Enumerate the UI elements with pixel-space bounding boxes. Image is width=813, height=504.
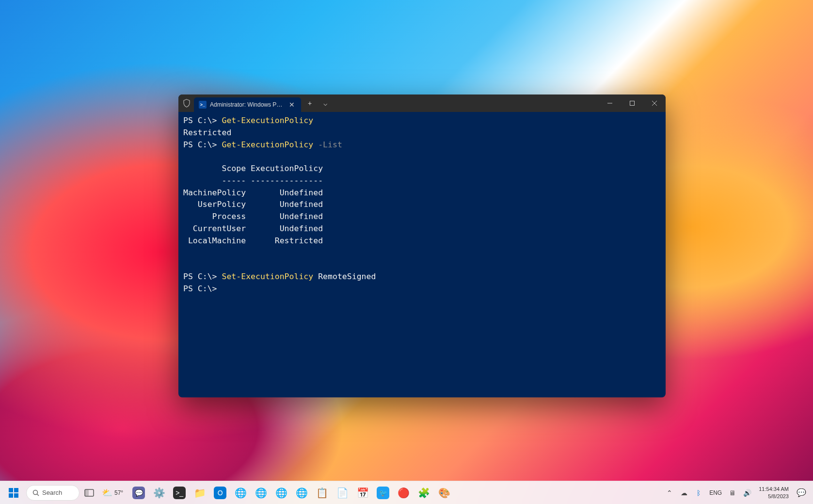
table-header: ExecutionPolicy [251,164,323,173]
calendar-icon: 📅 [357,487,369,499]
prompt: PS C:\> [183,284,217,293]
window-controls [599,94,666,112]
tray-volume[interactable]: 🔊 [740,483,754,503]
task-view-icon [84,489,94,497]
chrome-icon: 🔴 [398,487,410,499]
command-arg: RemoteSigned [318,272,376,281]
app-terminal[interactable]: >_ [170,483,189,503]
command: Get-ExecutionPolicy [222,116,313,125]
tray-bluetooth[interactable]: ᛒ [692,483,705,503]
table-row: CurrentUser [183,224,246,233]
edge-beta-icon: 🌐 [255,487,267,499]
app-file-explorer[interactable]: 📁 [190,483,209,503]
output-line: Restricted [183,128,231,137]
svg-line-5 [37,494,39,496]
new-tab-button[interactable]: + [303,97,317,109]
app-edge-canary[interactable]: 🌐 [292,483,311,503]
notifications-button[interactable]: 💬 [794,483,809,503]
svg-point-4 [33,490,38,494]
prompt: PS C:\> [183,272,217,281]
command: Set-ExecutionPolicy [222,272,313,281]
table-row: LocalMachine [183,236,246,245]
table-row: Undefined [251,188,323,197]
svg-rect-7 [85,489,89,496]
paint-icon: 🎨 [438,487,450,499]
table-row: Process [183,212,246,221]
cloud-icon: ☁ [681,489,687,497]
notes-icon: 📄 [336,487,349,499]
weather-widget[interactable]: ⛅ 57° [99,483,126,503]
search-icon [32,489,39,496]
gear-icon: ⚙️ [153,487,165,499]
taskbar-search[interactable]: Search [26,485,80,501]
table-header: Scope [183,164,246,173]
system-tray: ⌃ ☁ ᛒ ENG 🖥 🔊 11:54:34 AM 5/8/2023 💬 [663,483,809,503]
app-outlook[interactable]: O [210,483,230,503]
app-chrome[interactable]: 🔴 [394,483,413,503]
start-button[interactable] [4,483,23,503]
edge-dev-icon: 🌐 [275,487,287,499]
table-row: Undefined [251,224,323,233]
prompt: PS C:\> [183,140,217,149]
tray-network[interactable]: 🖥 [726,483,739,503]
admin-shield-icon [182,99,191,108]
taskbar-clock[interactable]: 11:54:34 AM 5/8/2023 [755,486,793,500]
app-notes[interactable]: 📄 [333,483,352,503]
outlook-icon: O [214,487,226,499]
powertoys-icon: 🧩 [418,487,430,499]
titlebar[interactable]: >_ Administrator: Windows Powe ✕ + ⌵ [178,94,666,112]
clock-time: 11:54:34 AM [759,486,789,492]
close-tab-button[interactable]: ✕ [287,100,297,110]
app-paint[interactable]: 🎨 [434,483,454,503]
task-view-button[interactable] [80,483,99,503]
app-edge[interactable]: 🌐 [231,483,250,503]
wifi-icon: 🖥 [729,489,736,497]
bluetooth-icon: ᛒ [697,489,701,497]
app-tweetdeck[interactable]: 🐦 [373,483,393,503]
table-row: Undefined [251,212,323,221]
app-chat[interactable]: 💬 [129,483,148,503]
weather-icon: ⛅ [102,488,112,498]
terminal-window: >_ Administrator: Windows Powe ✕ + ⌵ PS … [178,94,666,397]
edge-icon: 🌐 [235,487,247,499]
terminal-output[interactable]: PS C:\> Get-ExecutionPolicy Restricted P… [178,112,666,397]
table-divider: ----- --------------- [183,176,323,185]
table-row: Restricted [251,236,323,245]
powershell-icon: >_ [199,101,207,109]
maximize-button[interactable] [621,94,643,112]
svg-rect-1 [630,101,635,106]
pinned-apps: 💬 ⚙️ >_ 📁 O 🌐 🌐 🌐 🌐 📋 📄 📅 🐦 🔴 🧩 🎨 [129,483,454,503]
bell-icon: 💬 [797,488,806,497]
app-settings[interactable]: ⚙️ [149,483,169,503]
command-arg: -List [318,140,342,149]
tab-title: Administrator: Windows Powe [210,101,283,108]
close-window-button[interactable] [643,94,666,112]
chat-icon: 💬 [132,487,145,499]
speaker-icon: 🔊 [743,489,751,497]
windows-logo-icon [9,488,18,498]
tweetdeck-icon: 🐦 [377,487,389,499]
notepad-icon: 📋 [316,487,328,499]
table-row: UserPolicy [183,200,246,209]
app-calendar[interactable]: 📅 [353,483,372,503]
table-row: MachinePolicy [183,188,246,197]
search-placeholder: Search [42,489,62,496]
minimize-button[interactable] [599,94,621,112]
tab-dropdown-button[interactable]: ⌵ [319,97,332,109]
weather-temp: 57° [114,489,123,496]
app-edge-dev[interactable]: 🌐 [271,483,291,503]
edge-canary-icon: 🌐 [296,487,308,499]
clock-date: 5/8/2023 [768,493,789,500]
app-powertoys[interactable]: 🧩 [414,483,433,503]
taskbar: Search ⛅ 57° 💬 ⚙️ >_ 📁 O 🌐 🌐 🌐 🌐 📋 📄 📅 🐦… [0,481,813,504]
app-notepad[interactable]: 📋 [312,483,332,503]
tray-overflow-button[interactable]: ⌃ [663,483,676,503]
language-indicator[interactable]: ENG [706,489,725,496]
command: Get-ExecutionPolicy [222,140,313,149]
tray-onedrive[interactable]: ☁ [677,483,691,503]
folder-icon: 📁 [194,487,206,499]
chevron-up-icon: ⌃ [667,489,672,497]
app-edge-beta[interactable]: 🌐 [251,483,271,503]
tab-powershell[interactable]: >_ Administrator: Windows Powe ✕ [194,97,301,112]
table-row: Undefined [251,200,323,209]
